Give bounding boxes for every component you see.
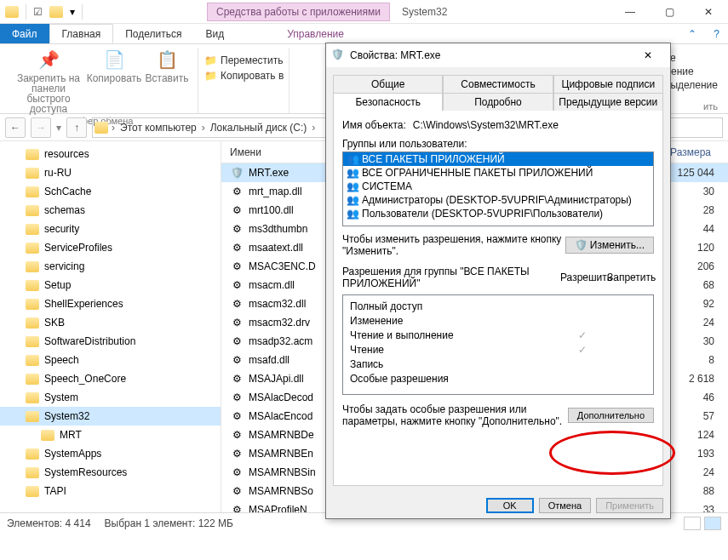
crumb-pc[interactable]: Этот компьютер — [117, 122, 200, 134]
advanced-button[interactable]: Дополнительно — [568, 408, 654, 423]
security-panel: Имя объекта: C:\Windows\System32\MRT.exe… — [333, 110, 663, 486]
folder-icon — [26, 205, 39, 216]
tab-home[interactable]: Главная — [49, 24, 114, 43]
tree-label: MRT — [60, 429, 82, 441]
tab-compat[interactable]: Совместимость — [443, 75, 553, 93]
view-thumbnails-button[interactable] — [684, 517, 701, 530]
group-row[interactable]: 👥ВСЕ ПАКЕТЫ ПРИЛОЖЕНИЙ — [343, 152, 653, 166]
dialog-titlebar[interactable]: 🛡️ Свойства: MRT.exe ✕ — [326, 43, 670, 67]
history-dropdown-icon[interactable]: ▾ — [56, 122, 61, 134]
close-button[interactable]: ✕ — [689, 0, 728, 24]
tab-share[interactable]: Поделиться — [113, 24, 193, 43]
tree-node[interactable]: ShellExperiences — [0, 294, 221, 313]
tree-label: SKB — [44, 317, 65, 329]
tree-node[interactable]: SKB — [0, 313, 221, 332]
pin-button[interactable]: 📌 Закрепить на панели быстрого доступа — [10, 48, 87, 114]
tree-label: SoftwareDistribution — [44, 335, 135, 347]
tree-label: security — [44, 223, 79, 235]
tree-node[interactable]: System32 — [0, 407, 221, 426]
tab-general[interactable]: Общие — [333, 75, 443, 93]
tree-node[interactable]: schemas — [0, 201, 221, 220]
help-icon[interactable]: ? — [705, 24, 728, 43]
maximize-button[interactable]: ▢ — [650, 0, 689, 24]
tree-node[interactable]: Setup — [0, 276, 221, 294]
group-row[interactable]: 👥ВСЕ ОГРАНИЧЕННЫЕ ПАКЕТЫ ПРИЛОЖЕНИЙ — [343, 166, 653, 180]
perm-name: Изменение — [350, 315, 561, 327]
pin-icon: 📌 — [37, 48, 60, 71]
crumb-disk[interactable]: Локальный диск (C:) — [207, 122, 311, 134]
tab-details[interactable]: Подробно — [443, 93, 553, 111]
move-to-button[interactable]: 📁Переместить — [203, 53, 284, 68]
back-button[interactable]: ← — [5, 117, 26, 138]
copy-to-button[interactable]: 📁Копировать в — [203, 68, 284, 83]
tree-node[interactable]: System — [0, 388, 221, 407]
tab-view[interactable]: Вид — [193, 24, 236, 43]
file-icon: ⚙ — [230, 260, 244, 273]
file-icon: ⚙ — [230, 353, 244, 367]
tree-node[interactable]: servicing — [0, 257, 221, 276]
change-button[interactable]: 🛡️ Изменить... — [565, 237, 654, 254]
tree-node[interactable]: SystemApps — [0, 444, 221, 463]
qat-dropdown-icon[interactable]: ▾ — [70, 6, 75, 18]
tree-node[interactable]: resources — [0, 145, 221, 163]
group-name: Пользователи (DESKTOP-5VUPRIF\Пользовате… — [362, 208, 603, 220]
folder-icon — [26, 374, 39, 385]
file-icon: ⚙ — [230, 222, 244, 236]
tree-node[interactable]: Speech — [0, 351, 221, 369]
window-title: System32 — [390, 6, 459, 18]
folder-icon — [41, 430, 54, 441]
tree-label: TAPI — [44, 485, 66, 497]
shield-icon: 🛡️ — [575, 239, 588, 251]
group-row[interactable]: 👥Администраторы (DESKTOP-5VUPRIF\Админис… — [343, 193, 653, 207]
dialog-title: Свойства: MRT.exe — [350, 49, 441, 61]
paste-button[interactable]: 📋 Вставить — [141, 48, 192, 114]
paste-icon: 📋 — [155, 48, 179, 71]
up-button[interactable]: ↑ — [66, 117, 87, 138]
folder-icon — [26, 224, 39, 235]
dialog-close-button[interactable]: ✕ — [631, 45, 665, 66]
folder-icon — [26, 336, 39, 347]
tab-file[interactable]: Файл — [0, 24, 49, 43]
folder-icon — [26, 280, 39, 291]
tree-label: System32 — [44, 410, 89, 422]
folder-tree[interactable]: resourcesru-RUSchCacheschemassecuritySer… — [0, 141, 221, 512]
copy-label: Копировать — [87, 73, 142, 83]
tree-node[interactable]: security — [0, 220, 221, 238]
tree-node[interactable]: SoftwareDistribution — [0, 332, 221, 351]
tree-node[interactable]: ServiceProfiles — [0, 238, 221, 257]
ok-button[interactable]: OK — [486, 498, 534, 513]
tree-node[interactable]: ru-RU — [0, 163, 221, 182]
qat-check-icon[interactable]: ☑ — [33, 6, 43, 18]
copy-button[interactable]: 📄 Копировать — [89, 48, 140, 114]
group-row[interactable]: 👥Пользователи (DESKTOP-5VUPRIF\Пользоват… — [343, 207, 653, 220]
tree-node[interactable]: SystemResources — [0, 463, 221, 482]
tree-node[interactable]: SchCache — [0, 182, 221, 201]
file-icon: 🛡️ — [230, 166, 244, 180]
ribbon-collapse-icon[interactable]: ⌃ — [679, 24, 705, 43]
deny-header: Запретить — [607, 271, 654, 283]
apply-button[interactable]: Применить — [596, 498, 663, 513]
tree-label: System — [44, 391, 78, 403]
folder-icon — [26, 392, 39, 403]
tab-security[interactable]: Безопасность — [333, 93, 443, 111]
folder-icon — [95, 122, 108, 134]
tree-node[interactable]: TAPI — [0, 482, 221, 500]
groups-listbox[interactable]: 👥ВСЕ ПАКЕТЫ ПРИЛОЖЕНИЙ👥ВСЕ ОГРАНИЧЕННЫЕ … — [342, 151, 654, 226]
tree-node[interactable]: Speech_OneCore — [0, 369, 221, 388]
file-icon: ⚙ — [230, 278, 244, 292]
tab-signatures[interactable]: Цифровые подписи — [553, 75, 663, 93]
minimize-button[interactable]: — — [610, 0, 650, 24]
folder-icon — [26, 449, 39, 460]
qat-open-icon[interactable] — [49, 6, 63, 18]
status-count: Элементов: 4 414 — [7, 517, 91, 529]
forward-button[interactable]: → — [31, 117, 51, 138]
tree-node[interactable]: MRT — [0, 426, 221, 444]
group-row[interactable]: 👥СИСТЕМА — [343, 180, 653, 193]
group-name: ВСЕ ОГРАНИЧЕННЫЕ ПАКЕТЫ ПРИЛОЖЕНИЙ — [362, 167, 593, 179]
file-icon: ⚙ — [230, 391, 244, 404]
cancel-button[interactable]: Отмена — [539, 498, 591, 513]
tab-previous[interactable]: Предыдущие версии — [553, 93, 663, 111]
permissions-table: Полный доступИзменениеЧтение и выполнени… — [342, 294, 654, 395]
view-details-button[interactable] — [704, 517, 721, 530]
tab-manage[interactable]: Управление — [275, 24, 356, 43]
